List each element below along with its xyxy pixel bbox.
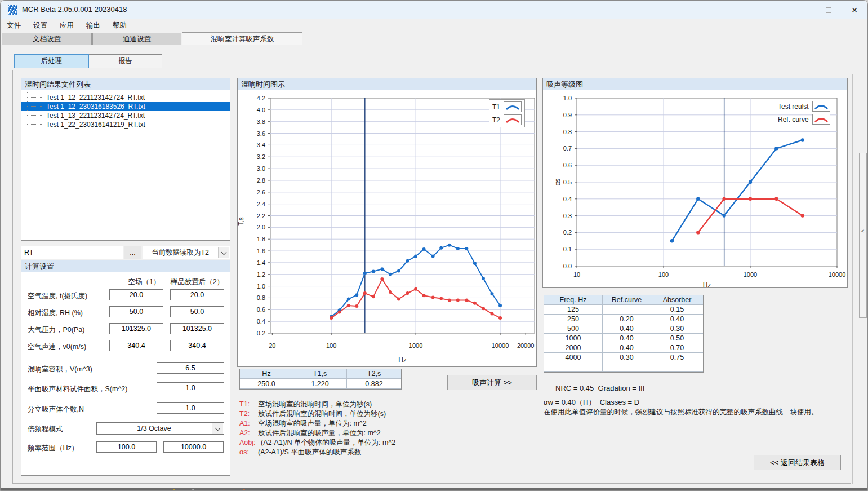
- app-window: MCR Beta 2.05.0.001 20230418 ✕ 文件 设置 应用 …: [0, 0, 868, 491]
- col-header: Freq. Hz: [544, 295, 603, 305]
- rt-file-list-panel: 混时间结果文件列表 Test 1_12_221123142724_RT.txt …: [21, 78, 230, 241]
- freq-max-input[interactable]: [163, 441, 224, 453]
- air-temp-2-input[interactable]: [170, 289, 224, 300]
- list-item[interactable]: Test 1_13_221123142724_RT.txt: [21, 111, 230, 120]
- subtab-postprocess[interactable]: 后处理: [14, 54, 89, 68]
- absorption-chart[interactable]: 0.00.10.20.30.40.50.60.70.80.91.01010010…: [543, 90, 847, 287]
- alpha-w-value: αw = 0.40（H）: [544, 398, 595, 406]
- sound-speed-2-input[interactable]: [170, 340, 224, 351]
- pressure-1-input[interactable]: [109, 323, 163, 334]
- label-room-volume: 混响室容积，V(m^3): [28, 365, 92, 374]
- menu-file[interactable]: 文件: [1, 20, 27, 31]
- legend-label-ref-curve: Ref. curve: [778, 116, 809, 123]
- menu-help[interactable]: 帮助: [106, 20, 133, 31]
- app-icon: [8, 5, 17, 15]
- humidity-1-input[interactable]: [109, 306, 163, 317]
- alpha-w-line: αw = 0.40（H） Classes = D: [544, 397, 639, 408]
- svg-text:0.8: 0.8: [257, 294, 265, 301]
- svg-text:0.7: 0.7: [563, 145, 572, 152]
- col-header-empty-room: 空场（1）: [117, 277, 171, 287]
- list-item[interactable]: Test 1_22_230316141219_RT.txt: [21, 120, 230, 129]
- legend-curve-icon: [812, 114, 830, 125]
- svg-text:3.8: 3.8: [257, 118, 265, 125]
- svg-text:0.8: 0.8: [563, 129, 572, 135]
- back-to-results-button[interactable]: << 返回结果表格: [754, 455, 841, 470]
- air-temp-1-input[interactable]: [109, 289, 163, 300]
- tree-branch-icon: [27, 110, 42, 116]
- classes-value: Classes = D: [600, 398, 639, 406]
- svg-text:4.0: 4.0: [257, 107, 265, 113]
- octave-mode-combo[interactable]: 1/3 Octave: [96, 422, 224, 435]
- maximize-button[interactable]: [816, 1, 842, 19]
- panel-collapse-handle[interactable]: <: [859, 153, 867, 318]
- menu-application[interactable]: 应用: [54, 20, 80, 31]
- note-t2: T2:放试件后混响室的混响时间，单位为秒(s): [239, 409, 386, 419]
- svg-text:0.1: 0.1: [563, 246, 572, 253]
- svg-text:1.2: 1.2: [257, 271, 265, 278]
- menubar: 文件 设置 应用 输出 帮助: [1, 19, 867, 31]
- absorption-calc-button[interactable]: 吸声计算 >>: [447, 375, 537, 390]
- maximize-icon: [826, 7, 831, 13]
- col-header: Hz: [240, 369, 293, 379]
- table-cell: 0.70: [651, 343, 703, 353]
- svg-text:2.4: 2.4: [257, 201, 265, 207]
- rt-name-input[interactable]: [21, 246, 123, 259]
- room-volume-input[interactable]: [157, 362, 224, 374]
- svg-text:0.9: 0.9: [563, 112, 572, 118]
- combo-dropdown-button[interactable]: [218, 247, 229, 258]
- svg-text:1.4: 1.4: [257, 259, 265, 266]
- svg-text:1.0: 1.0: [257, 283, 265, 290]
- single-value-note: 在使用此单值评价量的时候，强烈建议与按照标准获得的完整的吸声系数曲线一块使用。: [544, 408, 818, 417]
- rt-chart[interactable]: 0.20.40.60.81.01.21.41.61.82.02.22.42.62…: [238, 90, 536, 366]
- tree-branch-icon: [27, 120, 42, 125]
- svg-text:2.2: 2.2: [257, 213, 265, 219]
- current-data-combo[interactable]: 当前数据读取为T2: [143, 246, 230, 259]
- freq-min-input[interactable]: [96, 441, 157, 453]
- sample-area-input[interactable]: [157, 382, 224, 393]
- nrc-value: NRC = 0.45: [555, 384, 594, 392]
- minimize-button[interactable]: [790, 1, 816, 19]
- legend-curve-icon: [812, 101, 830, 112]
- chevron-down-icon: [221, 250, 227, 255]
- svg-text:10000: 10000: [829, 271, 846, 278]
- table-cell: [603, 362, 651, 372]
- col-header: Absorber: [651, 295, 703, 305]
- list-item-selected[interactable]: Test 1_12_230316183526_RT.txt: [21, 102, 230, 111]
- pressure-2-input[interactable]: [170, 323, 224, 334]
- label-freq-range: 频率范围（Hz）: [28, 444, 78, 453]
- menu-settings[interactable]: 设置: [27, 20, 54, 31]
- minimize-icon: [800, 10, 806, 10]
- table-cell: 1000: [544, 334, 603, 343]
- label-air-temp: 空气温度, t(摄氏度): [28, 291, 87, 301]
- col-header: Ref.curve: [603, 295, 651, 305]
- absorber-count-input[interactable]: [157, 402, 224, 414]
- svg-text:3.6: 3.6: [257, 130, 265, 137]
- legend-label-test-result: Test reulst: [778, 103, 809, 110]
- close-button[interactable]: ✕: [842, 1, 867, 19]
- tab-reverb-room-absorption[interactable]: 混响室计算吸声系数: [182, 32, 302, 45]
- tab-document-settings[interactable]: 文档设置: [2, 33, 92, 45]
- note-t1: T1:空场混响室的混响时间，单位为秒(s): [239, 400, 372, 409]
- browse-button[interactable]: ...: [124, 246, 141, 259]
- absorption-chart-title: 吸声等级图: [543, 78, 847, 90]
- svg-text:0.6: 0.6: [257, 306, 265, 313]
- svg-text:0.2: 0.2: [257, 330, 265, 337]
- table-cell: 0.15: [651, 305, 703, 315]
- label-rel-humidity: 相对湿度, RH (%): [28, 308, 83, 318]
- taskbar-sliver: [1, 488, 868, 491]
- file-list[interactable]: Test 1_12_221123142724_RT.txt Test 1_12_…: [21, 90, 230, 240]
- absorption-chart-ylabel: αs: [554, 179, 562, 186]
- humidity-2-input[interactable]: [170, 306, 224, 317]
- absorption-chart-panel: 吸声等级图 0.00.10.20.30.40.50.60.70.80.91.01…: [542, 78, 848, 288]
- sound-speed-1-input[interactable]: [109, 340, 163, 351]
- svg-text:1.6: 1.6: [257, 247, 265, 254]
- menu-output[interactable]: 输出: [80, 20, 106, 31]
- tab-channel-settings[interactable]: 通道设置: [92, 33, 181, 45]
- table-cell: 0.40: [651, 315, 703, 324]
- chevron-down-icon: [215, 426, 221, 431]
- combo-dropdown-button[interactable]: [212, 423, 223, 434]
- titlebar: MCR Beta 2.05.0.001 20230418 ✕: [1, 1, 867, 19]
- subtab-report[interactable]: 报告: [88, 54, 162, 68]
- label-pressure: 大气压力，P0(Pa): [28, 325, 84, 335]
- list-item[interactable]: Test 1_12_221123142724_RT.txt: [21, 93, 230, 102]
